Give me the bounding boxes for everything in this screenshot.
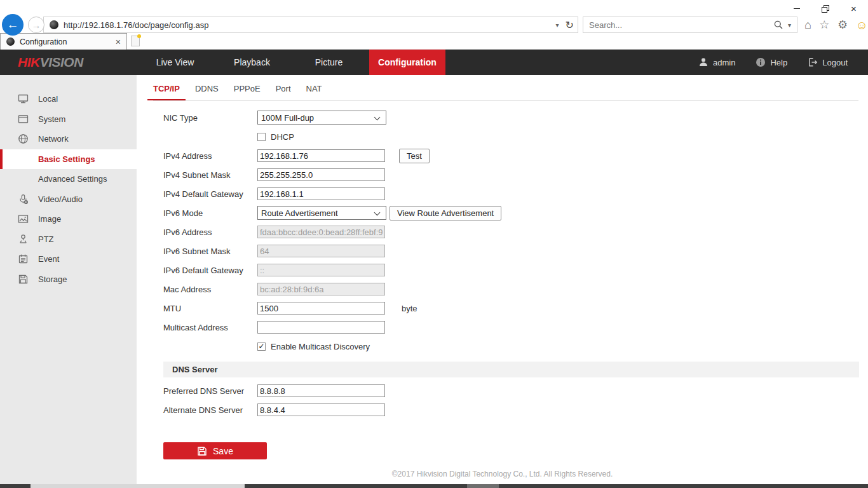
window-controls: ×	[782, 0, 868, 17]
field-label: Preferred DNS Server	[163, 386, 257, 396]
view-route-advertisement-button[interactable]: View Route Advertisement	[390, 206, 501, 220]
subtab-tcpip[interactable]: TCP/IP	[147, 84, 186, 100]
sidebar-label: Event	[38, 254, 59, 264]
url-text[interactable]: http://192.168.1.76/doc/page/config.asp	[64, 20, 556, 30]
subtab-ddns[interactable]: DDNS	[195, 84, 219, 100]
field-label: NIC Type	[163, 113, 257, 123]
home-icon[interactable]: ⌂	[804, 19, 811, 30]
field-label: IPv4 Subnet Mask	[163, 170, 257, 180]
tab-playback[interactable]: Playback	[214, 50, 290, 75]
horizontal-scrollbar[interactable]	[0, 484, 868, 488]
sidebar-item-system[interactable]: System	[0, 109, 137, 130]
user-menu[interactable]: admin	[698, 57, 735, 67]
form-row-nic-type: NIC Type 100M Full-dup	[163, 108, 868, 127]
multicast-discovery-checkbox[interactable]: ✓	[257, 342, 266, 351]
ipv4-gateway-input[interactable]	[257, 187, 385, 200]
url-dropdown-icon[interactable]: ▾	[556, 22, 559, 29]
username: admin	[713, 58, 735, 67]
back-arrow-icon: ←	[7, 18, 19, 32]
ipv6-address-input	[257, 226, 385, 238]
ipv4-address-input[interactable]	[257, 149, 385, 162]
restore-icon	[822, 5, 829, 12]
sidebar-label: Basic Settings	[38, 154, 95, 164]
tab-configuration[interactable]: Configuration	[369, 50, 445, 75]
form-row-ipv6-gateway: IPv6 Default Gateway	[163, 261, 868, 280]
mtu-input[interactable]	[257, 302, 385, 315]
field-label: MTU	[163, 304, 257, 313]
check-icon: ✓	[258, 343, 264, 350]
save-button[interactable]: Save	[163, 442, 267, 459]
save-label: Save	[213, 446, 233, 456]
restore-button[interactable]	[811, 0, 839, 17]
ipv6-mode-select[interactable]: Route Advertisement	[257, 206, 386, 220]
form-row-dhcp: DHCP	[163, 127, 868, 146]
tab-close-icon[interactable]: ×	[116, 37, 121, 47]
sidebar-item-basic-settings[interactable]: Basic Settings	[0, 149, 137, 170]
multicast-address-input[interactable]	[257, 321, 385, 334]
sidebar-item-event[interactable]: Event	[0, 249, 137, 269]
dns-rows: Preferred DNS Server Alternate DNS Serve…	[163, 381, 868, 419]
scrollbar-thumb[interactable]	[31, 484, 245, 488]
minimize-icon	[794, 8, 800, 9]
search-input[interactable]	[589, 20, 774, 30]
sidebar-label: Storage	[38, 274, 67, 284]
ipv6-subnet-input	[257, 245, 385, 257]
hikvision-logo: HIKVISION	[0, 50, 137, 75]
multicast-discovery-label: Enable Multicast Discovery	[271, 342, 370, 351]
tab-title: Configuration	[20, 37, 116, 46]
system-window-icon	[18, 114, 29, 125]
tab-favicon	[6, 37, 15, 46]
sidebar: Local System Network Basic Settings Adva…	[0, 75, 137, 484]
window-titlebar: ×	[0, 0, 868, 17]
settings-gear-icon[interactable]: ⚙	[837, 19, 848, 30]
sidebar-label: Advanced Settings	[38, 174, 107, 184]
subtab-nat[interactable]: NAT	[306, 84, 322, 100]
search-icon[interactable]	[774, 20, 783, 29]
nic-type-select[interactable]: 100M Full-dup	[257, 111, 386, 125]
sidebar-item-ptz[interactable]: PTZ	[0, 229, 137, 250]
sidebar-item-local[interactable]: Local	[0, 89, 137, 109]
field-label: IPv6 Mode	[163, 208, 257, 218]
favorites-star-icon[interactable]: ☆	[819, 19, 829, 30]
sidebar-item-advanced-settings[interactable]: Advanced Settings	[0, 169, 137, 189]
content-area: TCP/IP DDNS PPPoE Port NAT NIC Type 100M…	[137, 75, 868, 484]
field-label: IPv6 Default Gateway	[163, 266, 257, 275]
sidebar-item-image[interactable]: Image	[0, 209, 137, 229]
dhcp-checkbox[interactable]	[257, 133, 266, 141]
subtab-port[interactable]: Port	[276, 84, 291, 100]
minimize-button[interactable]	[782, 0, 811, 17]
sidebar-label: Local	[38, 94, 58, 104]
search-dropdown-icon[interactable]: ▾	[788, 22, 791, 29]
new-tab-button[interactable]	[131, 36, 140, 46]
form-row-ipv4-subnet: IPv4 Subnet Mask	[163, 165, 868, 184]
sidebar-item-storage[interactable]: Storage	[0, 269, 137, 290]
back-button[interactable]: ←	[2, 14, 24, 36]
field-label: Mac Address	[163, 285, 257, 294]
app-navbar: HIKVISION Live View Playback Picture Con…	[0, 50, 868, 75]
sidebar-item-video-audio[interactable]: Video/Audio	[0, 189, 137, 210]
network-subtabs: TCP/IP DDNS PPPoE Port NAT	[153, 84, 858, 100]
alternate-dns-input[interactable]	[257, 403, 385, 416]
sidebar-item-network[interactable]: Network	[0, 129, 137, 149]
close-icon: ×	[851, 3, 857, 14]
browser-tab[interactable]: Configuration ×	[0, 33, 127, 50]
feedback-smiley-icon[interactable]: ☺	[856, 19, 868, 31]
tab-picture[interactable]: Picture	[290, 50, 367, 75]
help-button[interactable]: Help	[756, 57, 787, 67]
refresh-icon[interactable]: ↻	[566, 19, 574, 31]
event-notepad-icon	[18, 254, 29, 264]
address-bar[interactable]: http://192.168.1.76/doc/page/config.asp …	[43, 17, 578, 33]
forward-arrow-icon: →	[32, 20, 41, 30]
test-button[interactable]: Test	[399, 149, 430, 163]
subtab-pppoe[interactable]: PPPoE	[234, 84, 261, 100]
ipv4-subnet-input[interactable]	[257, 168, 385, 181]
subtab-divider	[153, 100, 858, 101]
forward-button[interactable]: →	[28, 17, 44, 33]
logout-button[interactable]: Logout	[808, 57, 848, 67]
close-button[interactable]: ×	[839, 0, 868, 17]
tab-live-view[interactable]: Live View	[137, 50, 214, 75]
form-row-ipv6-subnet: IPv6 Subnet Mask	[163, 241, 868, 261]
preferred-dns-input[interactable]	[257, 384, 385, 397]
search-box[interactable]: ▾	[583, 17, 797, 33]
save-disk-icon	[197, 446, 207, 456]
